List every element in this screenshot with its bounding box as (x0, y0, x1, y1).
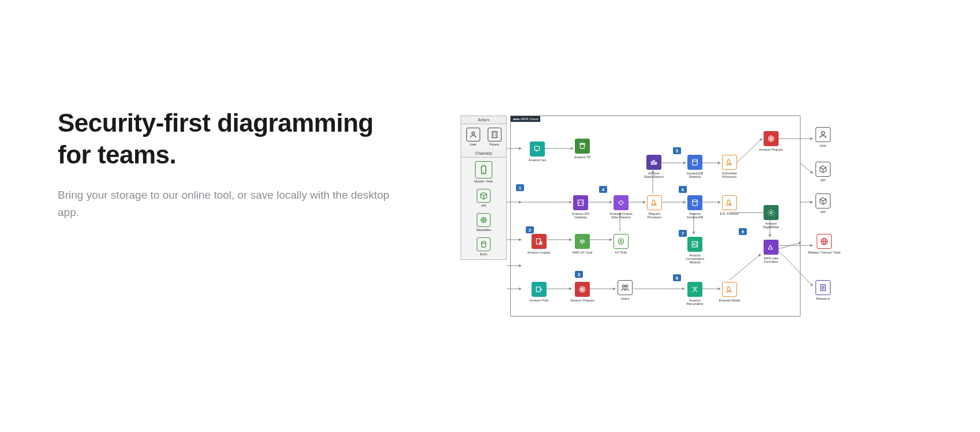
globe-icon (817, 234, 832, 249)
step-badge-6: 6 (679, 186, 687, 193)
comprehend-icon (687, 237, 702, 252)
step-badge-9: 9 (739, 228, 747, 235)
bucket-icon (575, 139, 590, 154)
building-icon (488, 128, 502, 141)
svg-point-56 (693, 200, 697, 202)
node-personalize: Amazon Personalize (682, 282, 708, 306)
svg-rect-65 (536, 287, 540, 292)
cube-icon (477, 189, 491, 203)
aws-cloud-label: aws AWS Cloud (511, 116, 540, 122)
user-icon (466, 128, 480, 141)
sidebar-actors: User Payers (461, 124, 506, 150)
node-pinpoint: Amazon Pinpoint (758, 131, 784, 151)
lex-icon (530, 141, 545, 157)
node-apigw: Amazon API Gateway (567, 195, 594, 219)
channel-api: API (474, 189, 493, 207)
kinesis-icon (614, 195, 629, 210)
pinpoint-icon (575, 282, 590, 297)
elastic-icon (646, 155, 661, 170)
pinpoint-icon (764, 131, 779, 146)
node-iotcore: AWS IoT Core (569, 234, 596, 254)
svg-rect-53 (655, 162, 656, 165)
diagram-sidebar: Actors User Payers Channels Mobile (461, 116, 507, 260)
svg-point-54 (693, 159, 697, 162)
svg-point-32 (472, 132, 474, 135)
hero-text: Security-first diagramming for teams. Br… (58, 107, 404, 222)
svg-rect-33 (492, 132, 496, 138)
step-badge-2: 2 (526, 226, 534, 233)
node-pinpoint2: Amazon Pinpoint (569, 282, 596, 302)
svg-point-48 (482, 241, 486, 244)
sagemaker-icon (764, 205, 779, 220)
svg-rect-51 (651, 162, 652, 165)
lambda-icon (647, 195, 662, 210)
step-badge-5: 5 (673, 147, 681, 154)
svg-point-70 (626, 285, 628, 287)
node-sub-proc: Subscriber Processor (716, 155, 743, 178)
lambda-icon (722, 155, 737, 170)
mobile-icon (475, 161, 492, 178)
step-badge-1: 1 (516, 184, 524, 191)
step-badge-3: 3 (575, 271, 583, 278)
notebook-icon (816, 280, 831, 295)
svg-point-62 (620, 240, 622, 243)
node-sagemaker: Amazon SageMaker (758, 205, 784, 229)
lambda-icon (722, 282, 737, 297)
node-cognito: Amazon Cognito (526, 234, 552, 254)
svg-point-75 (821, 132, 824, 135)
node-s3: Amazon S3 (569, 139, 596, 159)
cylinder-icon (477, 237, 491, 251)
apigateway-icon (573, 195, 588, 210)
node-exec-model: Execute Model (716, 282, 743, 302)
streams-icon (687, 155, 702, 170)
node-iotrule: IoT Rule (608, 234, 634, 254)
lakeformation-icon (764, 240, 779, 255)
iotcore-icon (575, 234, 590, 249)
cube-icon (816, 193, 831, 208)
dynamodb-icon (687, 195, 702, 210)
node-out-research: Research (810, 280, 836, 300)
node-kinesis: Amazon Kinesis Data Streams (608, 195, 634, 219)
node-out-census: Related "Census" Data (807, 234, 841, 254)
polly-icon (532, 282, 547, 297)
personalize-icon (687, 282, 702, 297)
node-users: Users (612, 280, 638, 300)
cube-icon (816, 162, 831, 177)
node-out-api2: API (810, 193, 836, 214)
node-lex: Amazon Lex (524, 141, 551, 162)
sidebar-channels: Mobile / Web API Wearables Echo (461, 158, 506, 259)
channel-mobile: Mobile / Web (474, 161, 493, 183)
node-ddb-streams: DynamoDB Streams (682, 155, 708, 178)
node-elastic: Amazon ElasticSearch (641, 155, 667, 178)
svg-point-68 (582, 289, 582, 289)
users-icon (618, 280, 633, 295)
step-badge-4: 4 (599, 186, 607, 193)
step-badge-7: 7 (679, 230, 687, 237)
node-lakef: AWS Lake Formation (758, 240, 784, 263)
svg-point-71 (694, 288, 696, 290)
svg-point-69 (622, 285, 624, 287)
svg-rect-58 (536, 239, 540, 244)
svg-rect-52 (653, 161, 654, 165)
svg-point-57 (770, 211, 772, 214)
svg-point-74 (770, 138, 771, 139)
chip-icon (477, 213, 491, 227)
channel-wearables: Wearables (474, 213, 493, 232)
architecture-diagram: Actors User Payers Channels Mobile (461, 116, 865, 318)
node-etl: ETL Function (716, 195, 743, 215)
svg-rect-42 (482, 218, 486, 222)
actor-user: User (464, 128, 482, 146)
lambda-icon (722, 195, 737, 210)
iotrule-icon (614, 234, 629, 249)
step-badge-8: 8 (673, 274, 681, 281)
svg-rect-43 (483, 219, 484, 221)
svg-point-61 (618, 239, 623, 244)
node-req-proc: Request Processor (641, 195, 668, 219)
hero-subtitle: Bring your storage to our online tool, o… (58, 187, 404, 222)
svg-rect-49 (534, 146, 539, 150)
hero-title: Security-first diagramming for teams. (58, 107, 404, 170)
node-ddb: Amazon DynamoDB (682, 195, 708, 219)
node-out-user: User (810, 127, 836, 147)
svg-point-64 (693, 244, 694, 245)
node-comprehend: Amazon Comprehend Medical (682, 237, 708, 264)
